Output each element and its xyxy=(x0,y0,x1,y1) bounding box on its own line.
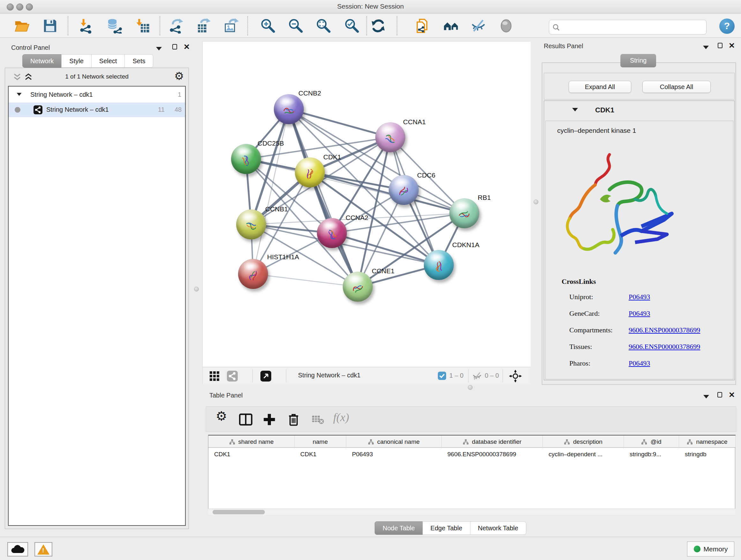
selected-checkbox-icon[interactable] xyxy=(438,372,446,380)
zoom-out-icon[interactable] xyxy=(288,18,304,34)
scrollbar-thumb[interactable] xyxy=(212,510,265,514)
float-panel-icon[interactable] xyxy=(718,43,725,49)
column-tree-icon xyxy=(564,439,570,445)
edge-HIST1H1A-CCNE1[interactable] xyxy=(253,274,358,287)
tab-sets[interactable]: Sets xyxy=(125,54,153,68)
float-panel-icon[interactable] xyxy=(172,44,179,51)
first-neighbors-icon[interactable] xyxy=(444,18,459,34)
table-cell[interactable]: stringdb:9... xyxy=(624,448,679,461)
column-header-database-identifier[interactable]: database identifier xyxy=(442,435,543,448)
table-settings-gear-icon[interactable]: ⚙ xyxy=(216,409,230,423)
collapse-all-button[interactable]: Collapse All xyxy=(643,81,711,93)
collapse-panel-icon[interactable] xyxy=(703,393,711,399)
table-horizontal-scrollbar[interactable] xyxy=(208,509,735,515)
node-ccnb1[interactable] xyxy=(236,209,266,240)
birds-eye-toggle-icon[interactable] xyxy=(509,370,522,382)
tab-edge-table[interactable]: Edge Table xyxy=(422,521,470,535)
export-image-icon[interactable] xyxy=(223,18,239,34)
close-panel-icon[interactable]: ✕ xyxy=(729,43,736,49)
zoom-selected-icon[interactable] xyxy=(344,18,360,34)
import-network-icon[interactable] xyxy=(78,18,94,34)
zoom-fit-icon[interactable] xyxy=(316,18,331,34)
column-header-name[interactable]: name xyxy=(294,435,346,448)
import-network-from-database-icon[interactable] xyxy=(107,18,122,34)
show-columns-icon[interactable] xyxy=(239,413,253,427)
collapse-panel-icon[interactable] xyxy=(703,44,710,50)
title-bar: Session: New Session xyxy=(0,0,741,13)
node-ccnb2[interactable] xyxy=(274,94,304,124)
table-cell[interactable]: CDK1 xyxy=(294,448,346,461)
tab-network[interactable]: Network xyxy=(22,54,62,68)
save-session-icon[interactable] xyxy=(43,18,58,34)
node-ccna2[interactable] xyxy=(317,218,347,248)
tab-string[interactable]: String xyxy=(620,54,656,67)
hide-selected-icon[interactable] xyxy=(471,18,486,34)
delete-table-icon xyxy=(312,415,324,425)
search-input[interactable] xyxy=(549,20,706,35)
table-cell[interactable]: 9606.ENSP00000378699 xyxy=(442,448,543,461)
crosslink-link[interactable]: P06493 xyxy=(629,309,650,317)
column-header-description[interactable]: description xyxy=(543,435,624,448)
add-column-icon[interactable] xyxy=(262,413,276,427)
export-table-icon[interactable] xyxy=(196,18,211,34)
tab-style[interactable]: Style xyxy=(61,54,91,68)
memory-button[interactable]: Memory xyxy=(687,542,734,557)
gear-icon[interactable]: ⚙ xyxy=(174,71,184,81)
warning-button[interactable]: ! xyxy=(35,542,52,557)
column-header--id[interactable]: @id xyxy=(624,435,679,448)
network-collection-row[interactable]: String Network – cdk1 1 xyxy=(9,88,185,103)
table-cell[interactable]: P06493 xyxy=(346,448,442,461)
export-network-icon[interactable] xyxy=(168,18,184,34)
zoom-in-icon[interactable] xyxy=(260,18,276,34)
table-cell[interactable]: cyclin–dependent ... xyxy=(543,448,624,461)
crosslink-link[interactable]: P06493 xyxy=(629,359,650,367)
detach-view-icon[interactable] xyxy=(260,371,271,381)
table-cell[interactable]: stringdb xyxy=(679,448,736,461)
edge-CCNB2-CCNA1[interactable] xyxy=(289,109,390,137)
help-button[interactable]: ? xyxy=(719,18,735,34)
node-ccna1[interactable] xyxy=(375,122,405,152)
node-cdc25b[interactable] xyxy=(231,144,261,174)
tab-node-table[interactable]: Node Table xyxy=(375,521,423,535)
delete-column-icon[interactable] xyxy=(286,413,300,427)
node-label-rb1: RB1 xyxy=(478,194,491,201)
import-table-icon[interactable] xyxy=(135,18,150,34)
column-header-canonical-name[interactable]: canonical name xyxy=(346,435,442,448)
node-ccne1[interactable] xyxy=(343,272,373,302)
column-header-namespace[interactable]: namespace xyxy=(679,435,736,448)
open-session-icon[interactable] xyxy=(14,18,29,34)
close-panel-icon[interactable]: ✕ xyxy=(184,44,191,51)
column-header-shared-name[interactable]: shared name xyxy=(208,435,294,448)
network-canvas[interactable]: CCNB2CCNA1CDC25BCDK1CDC6RB1CCNB1CCNA2CDK… xyxy=(203,42,531,367)
node-cdkn1a[interactable] xyxy=(424,250,454,280)
tree-expand-icon[interactable] xyxy=(17,93,21,96)
crosslink-link[interactable]: 9606.ENSP00000378699 xyxy=(629,326,700,334)
tab-select[interactable]: Select xyxy=(91,54,125,68)
node-rb1[interactable] xyxy=(449,198,479,228)
node-table[interactable]: shared namenamecanonical namedatabase id… xyxy=(208,435,735,515)
collapse-panel-icon[interactable] xyxy=(156,45,163,51)
table-cell[interactable]: CDK1 xyxy=(208,448,294,461)
tab-network-table[interactable]: Network Table xyxy=(470,521,526,535)
left-splitter-handle[interactable] xyxy=(194,287,199,292)
show-all-icon[interactable] xyxy=(498,18,514,34)
crosslink-link[interactable]: 9606.ENSP00000378699 xyxy=(629,343,700,351)
refresh-icon[interactable] xyxy=(370,18,386,34)
network-share-icon[interactable] xyxy=(227,371,238,381)
table-row[interactable]: CDK1CDK1P064939606.ENSP00000378699cyclin… xyxy=(208,448,736,461)
crosslink-link[interactable]: P06493 xyxy=(629,293,650,301)
close-panel-icon[interactable]: ✕ xyxy=(729,392,736,398)
cloud-button[interactable] xyxy=(7,542,28,557)
node-hist1h1a[interactable] xyxy=(238,259,268,289)
gene-section-header[interactable]: CDK1 xyxy=(544,101,734,121)
node-cdk1[interactable] xyxy=(295,158,325,187)
network-row-selected[interactable]: String Network – cdk1 11 48 xyxy=(9,103,185,117)
expand-all-button[interactable]: Expand All xyxy=(569,81,631,93)
float-panel-icon[interactable] xyxy=(718,392,724,398)
node-cdc6[interactable] xyxy=(389,175,419,205)
grid-view-icon[interactable] xyxy=(209,371,219,381)
right-splitter-handle[interactable] xyxy=(534,199,538,204)
section-collapse-icon[interactable] xyxy=(572,108,578,111)
copy-network-icon[interactable] xyxy=(414,18,430,34)
network-row-label: String Network – cdk1 xyxy=(46,106,109,113)
